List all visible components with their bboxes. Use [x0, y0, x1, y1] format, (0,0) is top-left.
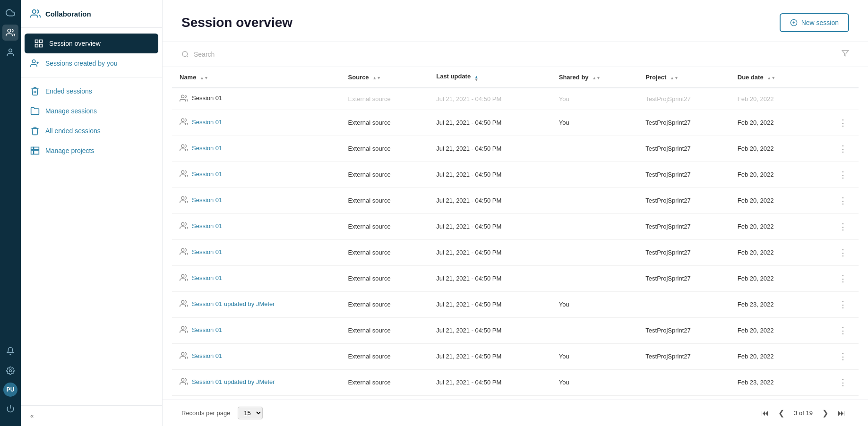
svg-point-26	[181, 196, 184, 199]
power-icon[interactable]	[2, 400, 18, 417]
users-icon[interactable]	[2, 25, 18, 41]
cell-last-update: Jul 21, 2021 - 04:50 PM	[429, 136, 551, 162]
session-row-icon	[180, 273, 188, 282]
records-per-page-select[interactable]: 15 25 50	[238, 407, 263, 419]
row-more-button[interactable]: ⋮	[835, 375, 851, 390]
sidebar-item-ended-sessions[interactable]: Ended sessions	[21, 81, 162, 101]
plus-circle-icon	[790, 19, 798, 26]
row-more-button[interactable]: ⋮	[835, 298, 851, 312]
table-row: Session 01 External source Jul 21, 2021 …	[172, 162, 859, 187]
svg-point-2	[9, 370, 12, 372]
svg-point-30	[181, 300, 184, 303]
sidebar-item-manage-projects[interactable]: Manage projects	[21, 141, 162, 161]
cell-actions: ⋮	[811, 291, 859, 317]
page-info: 3 of 19	[790, 409, 816, 417]
col-shared-by[interactable]: Shared by ▲▼	[551, 67, 638, 88]
cell-due-date: Feb 20, 2022	[730, 213, 811, 239]
cell-source: External source	[341, 343, 429, 369]
cell-source: External source	[341, 239, 429, 265]
cell-last-update: Jul 21, 2021 - 04:50 PM	[429, 239, 551, 265]
session-row-icon	[180, 351, 188, 360]
cell-name: Session 01	[172, 343, 341, 369]
row-more-button[interactable]: ⋮	[835, 168, 851, 182]
sidebar-item-sessions-created[interactable]: Sessions created by you	[21, 53, 162, 73]
cell-due-date: Feb 20, 2022	[730, 317, 811, 343]
sidebar-header: Collaboration	[21, 0, 162, 28]
cell-actions: ⋮	[811, 369, 859, 395]
table-header-row: Name ▲▼ Source ▲▼ Last update ▲▼ Share	[172, 67, 859, 88]
col-source[interactable]: Source ▲▼	[341, 67, 429, 88]
row-more-button[interactable]: ⋮	[835, 246, 851, 260]
last-page-button[interactable]: ⏭	[834, 407, 849, 419]
session-row-icon	[180, 247, 188, 256]
search-bar	[163, 42, 868, 67]
new-session-button[interactable]: New session	[780, 13, 849, 32]
bell-icon[interactable]	[2, 343, 18, 359]
cloud-icon[interactable]	[2, 5, 18, 21]
sidebar-item-label: Manage projects	[45, 147, 95, 154]
svg-rect-6	[40, 40, 43, 43]
sidebar-item-manage-sessions[interactable]: Manage sessions	[21, 101, 162, 121]
col-project[interactable]: Project ▲▼	[638, 67, 730, 88]
sidebar-item-label: All ended sessions	[45, 127, 101, 135]
col-due-date[interactable]: Due date ▲▼	[730, 67, 811, 88]
col-last-update[interactable]: Last update ▲▼	[429, 67, 551, 88]
cell-due-date: Feb 20, 2022	[730, 162, 811, 187]
cell-due-date: Feb 20, 2022	[730, 239, 811, 265]
search-icon	[181, 51, 189, 58]
row-more-button[interactable]: ⋮	[835, 142, 851, 156]
row-more-button[interactable]: ⋮	[835, 220, 851, 234]
search-input[interactable]	[194, 51, 837, 58]
row-more-button[interactable]: ⋮	[835, 324, 851, 338]
cell-shared-by: You	[551, 343, 638, 369]
cell-actions: ⋮	[811, 187, 859, 213]
sidebar-item-all-ended-sessions[interactable]: All ended sessions	[21, 121, 162, 141]
first-page-button[interactable]: ⏮	[757, 407, 773, 419]
col-name[interactable]: Name ▲▼	[172, 67, 341, 88]
session-row-icon	[180, 170, 188, 178]
cell-source: External source	[341, 187, 429, 213]
cell-due-date: Feb 23, 2022	[730, 291, 811, 317]
cell-project: TestProjSprint27	[638, 213, 730, 239]
sidebar-item-label: Ended sessions	[45, 87, 92, 95]
svg-point-22	[181, 95, 184, 98]
row-more-button[interactable]: ⋮	[835, 116, 851, 130]
pagination: ⏮ ❮ 3 of 19 ❯ ⏭	[757, 407, 849, 419]
collapse-button[interactable]: «	[30, 412, 153, 419]
next-page-button[interactable]: ❯	[818, 407, 832, 419]
cell-actions: ⋮	[811, 343, 859, 369]
cell-project: TestProjSprint27	[638, 187, 730, 213]
row-more-button[interactable]: ⋮	[835, 272, 851, 286]
person-icon[interactable]	[2, 44, 18, 60]
cell-actions: ⋮	[811, 317, 859, 343]
table-row: Session 01 External source Jul 21, 2021 …	[172, 239, 859, 265]
cell-source: External source	[341, 110, 429, 136]
svg-marker-21	[842, 51, 848, 56]
filter-icon[interactable]	[842, 50, 849, 59]
cell-shared-by: You	[551, 369, 638, 395]
gear-icon[interactable]	[2, 363, 18, 379]
collaboration-icon	[30, 9, 41, 19]
cell-last-update: Jul 21, 2021 - 04:50 PM	[429, 162, 551, 187]
session-row-icon	[180, 222, 188, 230]
sidebar-footer: «	[21, 405, 162, 426]
cell-last-update: Jul 21, 2021 - 04:50 PM	[429, 110, 551, 136]
svg-point-31	[181, 326, 184, 329]
trash-icon	[30, 86, 40, 96]
session-row-icon	[180, 118, 188, 126]
cell-last-update: Jul 21, 2021 - 04:50 PM	[429, 343, 551, 369]
row-more-button[interactable]: ⋮	[835, 194, 851, 208]
cell-project: TestProjSprint27	[638, 88, 730, 110]
avatar[interactable]: PU	[3, 383, 17, 397]
cell-shared-by	[551, 265, 638, 291]
svg-rect-7	[40, 44, 43, 47]
row-more-button[interactable]: ⋮	[835, 349, 851, 364]
cell-name: Session 01 updated by JMeter	[172, 291, 341, 317]
session-row-icon	[180, 377, 188, 386]
cell-source: External source	[341, 88, 429, 110]
table-row: Session 01 External source Jul 21, 2021 …	[172, 317, 859, 343]
session-row-icon	[180, 196, 188, 204]
sidebar-item-session-overview[interactable]: Session overview	[25, 34, 158, 53]
prev-page-button[interactable]: ❮	[774, 407, 788, 419]
cell-last-update: Jul 21, 2021 - 04:50 PM	[429, 213, 551, 239]
